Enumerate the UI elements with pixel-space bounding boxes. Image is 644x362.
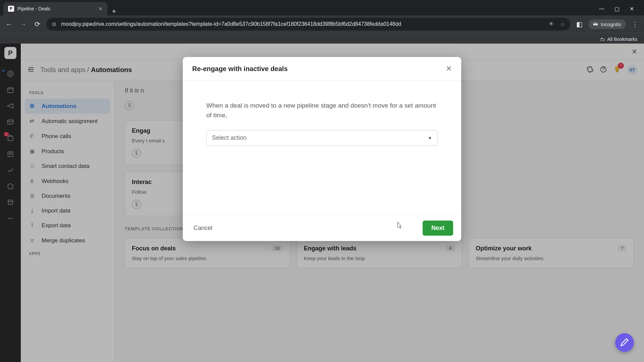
- modal-dialog: Re-engage with inactive deals ✕ When a d…: [183, 57, 461, 241]
- eye-off-icon[interactable]: 👁: [549, 21, 554, 27]
- reload-icon[interactable]: ⟳: [32, 20, 42, 28]
- window-controls: — ▢ ✕: [592, 2, 641, 15]
- forward-icon[interactable]: →: [18, 20, 28, 28]
- folder-icon: 🗀: [600, 37, 605, 42]
- site-settings-icon[interactable]: ⚙: [52, 21, 56, 27]
- help-fab[interactable]: [615, 333, 634, 352]
- incognito-badge: 🕶 Incognito: [588, 19, 626, 29]
- action-select[interactable]: Select action ▼: [206, 130, 438, 146]
- minimize-icon[interactable]: —: [599, 6, 604, 12]
- url-text: moodjoy.pipedrive.com/settings/automatio…: [61, 21, 544, 27]
- tab-title: Pipeline - Deals: [17, 6, 50, 11]
- menu-icon[interactable]: ⋮: [630, 20, 640, 28]
- tab-favicon: P: [8, 6, 14, 12]
- browser-toolbar: ← → ⟳ ⚙ moodjoy.pipedrive.com/settings/a…: [0, 15, 644, 33]
- modal-footer: Cancel Next: [183, 215, 461, 241]
- url-bar[interactable]: ⚙ moodjoy.pipedrive.com/settings/automat…: [46, 18, 570, 31]
- all-bookmarks-link[interactable]: All Bookmarks: [607, 37, 637, 42]
- star-icon[interactable]: ☆: [560, 21, 565, 27]
- chevron-down-icon: ▼: [428, 136, 432, 140]
- modal-header: Re-engage with inactive deals ✕: [183, 57, 461, 81]
- browser-chrome: P Pipeline - Deals ✕ + — ▢ ✕ ← → ⟳ ⚙ moo…: [0, 0, 644, 44]
- bookmarks-bar: 🗀 All Bookmarks: [0, 33, 644, 45]
- close-icon[interactable]: ✕: [446, 64, 452, 73]
- select-placeholder: Select action: [212, 134, 247, 141]
- modal-description: When a deal is moved to a new pipeline s…: [206, 101, 438, 120]
- url-actions: 👁 ☆: [549, 21, 565, 27]
- modal-body: When a deal is moved to a new pipeline s…: [183, 81, 461, 215]
- tab-strip: P Pipeline - Deals ✕ + — ▢ ✕: [0, 0, 644, 15]
- incognito-label: Incognito: [601, 21, 621, 27]
- browser-tab[interactable]: P Pipeline - Deals ✕: [3, 2, 107, 15]
- cancel-button[interactable]: Cancel: [191, 221, 215, 235]
- modal-overlay: Re-engage with inactive deals ✕ When a d…: [0, 44, 644, 362]
- maximize-icon[interactable]: ▢: [614, 6, 620, 12]
- modal-title: Re-engage with inactive deals: [192, 65, 288, 73]
- new-tab-button[interactable]: +: [107, 8, 121, 15]
- close-window-icon[interactable]: ✕: [630, 6, 634, 12]
- back-icon[interactable]: ←: [4, 20, 14, 28]
- incognito-icon: 🕶: [593, 21, 598, 27]
- side-panel-icon[interactable]: ◧: [574, 20, 584, 28]
- tab-close-icon[interactable]: ✕: [98, 6, 103, 12]
- next-button[interactable]: Next: [423, 221, 453, 236]
